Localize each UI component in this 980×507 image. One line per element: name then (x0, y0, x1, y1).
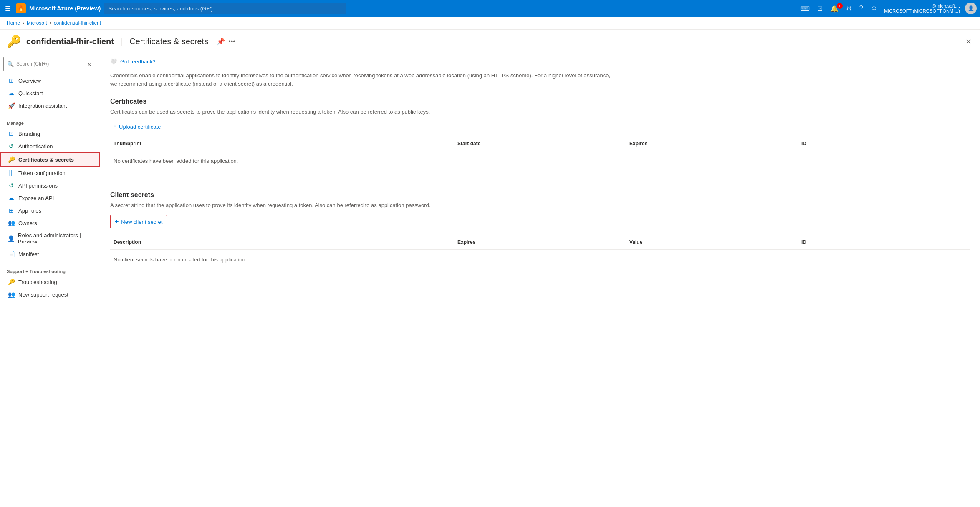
cert-col-expires: Expires (626, 139, 798, 148)
secret-col-value: Value (626, 238, 798, 247)
troubleshooting-icon: 🔑 (8, 279, 15, 285)
sidebar-item-token[interactable]: ||| Token configuration (0, 167, 100, 179)
sidebar-item-api[interactable]: ↺ API permissions (0, 179, 100, 192)
feedback-text[interactable]: Got feedback? (120, 58, 156, 65)
cert-col-startdate: Start date (454, 139, 626, 148)
search-icon: 🔍 (7, 61, 14, 67)
support-icon: 👥 (8, 291, 15, 298)
sidebar-item-troubleshooting[interactable]: 🔑 Troubleshooting (0, 276, 100, 288)
collapse-icon[interactable]: « (86, 59, 93, 69)
user-tenant: MICROSOFT (MICROSOFT.ONMI...) (884, 8, 960, 13)
more-options-icon[interactable]: ••• (228, 38, 235, 46)
page-wrapper: Home › Microsoft › confidential-fhir-cli… (0, 17, 980, 507)
sidebar-divider-2 (0, 262, 100, 262)
breadcrumb-app[interactable]: confidential-fhir-client (54, 20, 101, 26)
expose-icon: ☁ (8, 195, 15, 201)
feedback-bar: 🤍 Got feedback? (110, 58, 970, 65)
sidebar-label-api: API permissions (18, 183, 58, 189)
sidebar-label-owners: Owners (18, 220, 37, 226)
heart-icon: 🤍 (110, 58, 117, 65)
help-icon[interactable]: ? (857, 3, 866, 14)
sidebar-item-approles[interactable]: ⊞ App roles (0, 204, 100, 217)
cert-col-thumbprint: Thumbprint (110, 139, 454, 148)
azure-logo: 🔥 (16, 3, 26, 13)
notifications[interactable]: 🔔 1 (828, 5, 841, 13)
certificates-icon: 🔑 (8, 156, 15, 163)
cert-col-id: ID (798, 139, 970, 148)
sidebar-item-overview[interactable]: ⊞ Overview (0, 74, 100, 87)
secret-col-expires: Expires (454, 238, 626, 247)
sidebar-label-branding: Branding (18, 131, 40, 137)
quickstart-icon: ☁ (8, 90, 15, 96)
sidebar: 🔍 « ⊞ Overview ☁ Quickstart 🚀 Integratio… (0, 52, 100, 507)
close-button[interactable]: ✕ (964, 35, 973, 48)
header-divider: | (121, 37, 123, 46)
topbar-icons: ⌨ ⊡ 🔔 1 ⚙ ? ☺ @microsoft.... MICROSOFT (… (798, 3, 977, 14)
pin-icon[interactable]: 📌 (217, 38, 225, 46)
cloud-shell-icon[interactable]: ⌨ (798, 3, 812, 14)
sidebar-item-manifest[interactable]: 📄 Manifest (0, 248, 100, 260)
sidebar-item-certificates[interactable]: 🔑 Certificates & secrets (0, 152, 100, 167)
secret-col-description: Description (110, 238, 454, 247)
feedback-icon[interactable]: ☺ (868, 3, 880, 14)
new-client-secret-button[interactable]: + New client secret (110, 215, 167, 228)
notification-count: 1 (837, 3, 843, 9)
sidebar-item-support[interactable]: 👥 New support request (0, 288, 100, 301)
user-account: @microsoft.... (932, 3, 960, 8)
hamburger-menu[interactable]: ☰ (3, 3, 13, 14)
sidebar-label-expose: Expose an API (18, 195, 54, 201)
topbar: ☰ 🔥 Microsoft Azure (Preview) ⌨ ⊡ 🔔 1 ⚙ … (0, 0, 980, 17)
sidebar-label-approles: App roles (18, 208, 41, 214)
plus-icon: + (115, 218, 119, 226)
settings-icon[interactable]: ⚙ (844, 3, 854, 14)
sidebar-divider-1 (0, 114, 100, 114)
sidebar-item-authentication[interactable]: ↺ Authentication (0, 140, 100, 152)
certificates-empty-message: No certificates have been added for this… (110, 151, 970, 171)
page-subtitle: Certificates & secrets (129, 37, 208, 46)
upload-certificate-button[interactable]: ↑ Upload certificate (110, 122, 164, 132)
certificates-description: Certificates can be used as secrets to p… (110, 109, 970, 115)
section-divider (110, 181, 970, 181)
sidebar-item-quickstart[interactable]: ☁ Quickstart (0, 87, 100, 99)
breadcrumb-microsoft[interactable]: Microsoft (27, 20, 47, 26)
secrets-empty-message: No client secrets have been created for … (110, 250, 970, 269)
directory-icon[interactable]: ⊡ (815, 3, 825, 14)
secret-col-id: ID (798, 238, 970, 247)
approles-icon: ⊞ (8, 207, 15, 214)
api-icon: ↺ (8, 182, 15, 189)
owners-icon: 👥 (8, 220, 15, 226)
user-info[interactable]: @microsoft.... MICROSOFT (MICROSOFT.ONMI… (884, 3, 960, 13)
sidebar-label-authentication: Authentication (18, 143, 53, 150)
token-icon: ||| (8, 170, 15, 176)
sidebar-item-owners[interactable]: 👥 Owners (0, 217, 100, 229)
sidebar-label-overview: Overview (18, 78, 41, 84)
secrets-table-header: Description Expires Value ID (110, 235, 970, 250)
certificates-section: Certificates Certificates can be used as… (110, 98, 970, 171)
sidebar-label-quickstart: Quickstart (18, 90, 43, 96)
sidebar-item-integration[interactable]: 🚀 Integration assistant (0, 99, 100, 112)
sidebar-item-roles[interactable]: 👤 Roles and administrators | Preview (0, 229, 100, 248)
main-content: 🤍 Got feedback? Credentials enable confi… (100, 52, 980, 507)
breadcrumb: Home › Microsoft › confidential-fhir-cli… (0, 17, 980, 30)
upload-icon: ↑ (114, 123, 116, 130)
sidebar-search-container: 🔍 « (3, 57, 96, 71)
manage-section-label: Manage (0, 116, 100, 127)
app-icon: 🔑 (7, 35, 21, 48)
sidebar-search-input[interactable] (16, 61, 83, 67)
sidebar-label-manifest: Manifest (18, 251, 39, 257)
branding-icon: ⊡ (8, 130, 15, 137)
sidebar-item-expose[interactable]: ☁ Expose an API (0, 192, 100, 204)
global-search[interactable] (104, 3, 346, 14)
app-title: Microsoft Azure (Preview) (29, 5, 101, 12)
sidebar-label-token: Token configuration (18, 170, 66, 176)
user-avatar[interactable]: 👤 (965, 3, 977, 14)
sidebar-item-branding[interactable]: ⊡ Branding (0, 127, 100, 140)
header-actions: 📌 ••• (217, 38, 235, 46)
certificates-title: Certificates (110, 98, 970, 105)
breadcrumb-home[interactable]: Home (7, 20, 20, 26)
manifest-icon: 📄 (8, 251, 15, 257)
sidebar-label-roles: Roles and administrators | Preview (18, 232, 93, 245)
main-description: Credentials enable confidential applicat… (110, 71, 611, 88)
client-secrets-section: Client secrets A secret string that the … (110, 191, 970, 269)
client-secrets-description: A secret string that the application use… (110, 202, 970, 208)
